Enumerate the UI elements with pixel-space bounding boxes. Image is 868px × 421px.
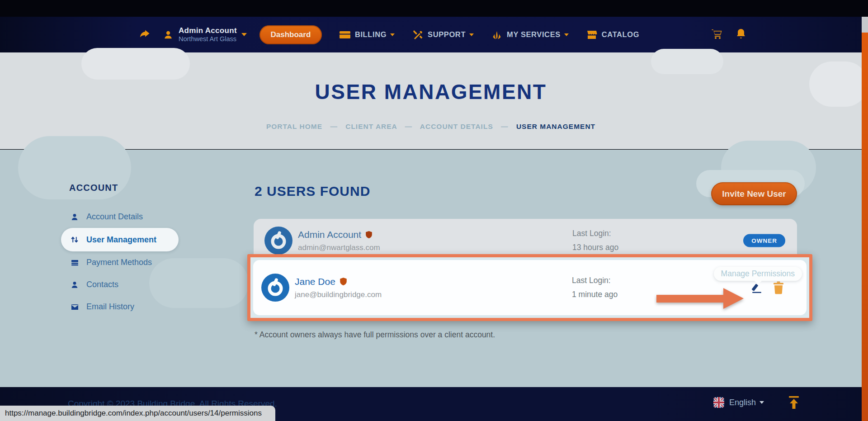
cloud-decoration <box>651 49 723 74</box>
owner-badge: OWNER <box>743 234 785 247</box>
user-identity: Jane Doe jane@buildingbridge.com <box>295 276 382 299</box>
chevron-down-icon <box>241 33 247 36</box>
top-strip <box>0 0 868 17</box>
user-identity: Admin Account admin@nwartglass.com <box>298 229 380 252</box>
share-icon[interactable] <box>139 29 151 40</box>
sidebar-item-label: User Management <box>86 235 156 245</box>
uk-flag-icon <box>713 397 724 408</box>
nav-item-label: CATALOG <box>602 30 639 39</box>
language-selector[interactable]: English <box>713 397 764 408</box>
credit-card-icon <box>339 30 351 39</box>
user-icon <box>163 30 173 40</box>
account-switcher[interactable]: Admin Account Northwest Art Glass <box>163 26 247 43</box>
dashboard-button[interactable]: Dashboard <box>259 25 322 44</box>
chevron-down-icon <box>760 401 764 404</box>
user-name[interactable]: Jane Doe <box>295 276 335 287</box>
nav-item-support[interactable]: SUPPORT <box>412 29 474 41</box>
account-name: Admin Account <box>179 26 237 35</box>
user-icon <box>69 213 80 221</box>
last-login-label: Last Login: <box>572 274 618 288</box>
last-login-value: 1 minute ago <box>572 288 618 302</box>
shield-icon <box>366 231 372 238</box>
envelope-icon <box>69 303 80 311</box>
avatar <box>264 227 292 255</box>
cloud-decoration <box>81 48 190 80</box>
account-text: Admin Account Northwest Art Glass <box>179 26 237 43</box>
sort-arrows-icon <box>69 236 80 244</box>
chevron-down-icon <box>469 33 474 36</box>
navbar: Admin Account Northwest Art Glass Dashbo… <box>0 17 868 52</box>
sidebar-item-email-history[interactable]: Email History <box>61 296 179 318</box>
sidebar: Account Details User Management Payment … <box>61 206 179 318</box>
user-icon <box>69 281 80 289</box>
nav-item-billing[interactable]: BILLING <box>339 30 395 39</box>
tools-icon <box>412 29 424 41</box>
cart-icon[interactable] <box>711 28 723 42</box>
bell-icon[interactable] <box>736 28 746 42</box>
nav-item-catalog[interactable]: CATALOG <box>586 29 639 40</box>
users-found-heading: 2 USERS FOUND <box>255 184 370 199</box>
breadcrumb-separator: — <box>330 123 338 130</box>
sidebar-item-label: Payment Methods <box>86 258 152 267</box>
chevron-down-icon <box>564 33 569 36</box>
sidebar-item-label: Contacts <box>86 280 118 289</box>
chevron-down-icon <box>390 33 395 36</box>
scroll-to-top-button[interactable] <box>788 395 800 412</box>
user-name[interactable]: Admin Account <box>298 229 361 240</box>
invite-new-user-button[interactable]: Invite New User <box>711 182 797 205</box>
nav-item-label: MY SERVICES <box>507 30 561 39</box>
sidebar-item-contacts[interactable]: Contacts <box>61 274 179 296</box>
breadcrumb: PORTAL HOME — CLIENT AREA — ACCOUNT DETA… <box>0 123 862 131</box>
breadcrumb-portal-home[interactable]: PORTAL HOME <box>266 123 322 130</box>
sidebar-item-label: Account Details <box>86 212 143 222</box>
avatar <box>261 274 289 302</box>
account-org: Northwest Art Glass <box>179 35 237 43</box>
breadcrumb-separator: — <box>501 123 509 130</box>
status-bar-url: https://manage.buildingbridge.com/index.… <box>0 406 275 421</box>
screen: Admin Account Northwest Art Glass Dashbo… <box>0 0 868 421</box>
sidebar-item-user-management[interactable]: User Management <box>61 228 179 251</box>
manage-permissions-tooltip: Manage Permissions <box>714 267 802 281</box>
shield-icon <box>340 278 347 285</box>
last-login-label: Last Login: <box>572 227 618 241</box>
sidebar-heading: ACCOUNT <box>69 183 118 193</box>
sidebar-item-payment-methods[interactable]: Payment Methods <box>61 251 179 274</box>
last-login-value: 13 hours ago <box>572 241 618 255</box>
last-login: Last Login: 13 hours ago <box>572 227 618 254</box>
breadcrumb-client-area[interactable]: CLIENT AREA <box>345 123 397 130</box>
nav-item-label: BILLING <box>355 30 387 39</box>
user-email: jane@buildingbridge.com <box>295 290 382 299</box>
page-scrollbar-thumb[interactable] <box>862 33 868 421</box>
breadcrumb-account-details[interactable]: ACCOUNT DETAILS <box>420 123 493 130</box>
nav-item-my-services[interactable]: MY SERVICES <box>491 29 569 40</box>
language-label: English <box>729 398 756 407</box>
sidebar-item-label: Email History <box>86 302 134 312</box>
store-icon <box>586 29 598 40</box>
last-login: Last Login: 1 minute ago <box>572 274 618 301</box>
user-email: admin@nwartglass.com <box>298 243 380 252</box>
breadcrumb-current: USER MANAGEMENT <box>516 123 595 130</box>
praying-hands-icon <box>491 29 503 40</box>
breadcrumb-separator: — <box>405 123 413 130</box>
annotation-highlight-box: Jane Doe jane@buildingbridge.com Last Lo… <box>247 254 812 321</box>
sidebar-item-account-details[interactable]: Account Details <box>61 206 179 228</box>
delete-user-trash-icon[interactable] <box>772 281 785 294</box>
credit-card-icon <box>69 259 80 267</box>
page-title: USER MANAGEMENT <box>0 80 862 104</box>
nav-item-label: SUPPORT <box>428 30 466 39</box>
owner-permissions-note: * Account owners always have full permis… <box>255 330 495 340</box>
